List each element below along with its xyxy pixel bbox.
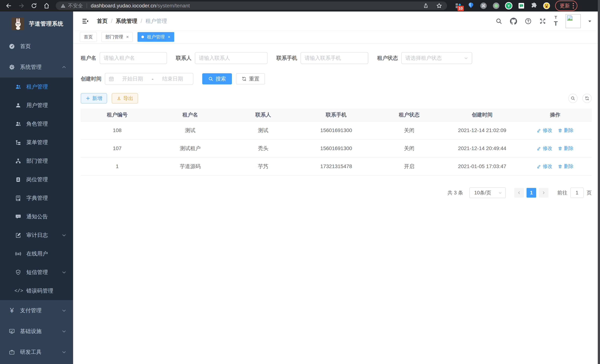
close-icon[interactable]: × [168, 35, 170, 39]
refresh-icon [585, 96, 590, 101]
export-button[interactable]: 导出 [112, 93, 138, 103]
sidebar-fold-icon[interactable] [82, 18, 89, 25]
tab-tenant[interactable]: 租户管理 × [138, 32, 174, 42]
extension-badge: 10 [458, 6, 464, 11]
sidebar-item-devtools[interactable]: 研发工具 [0, 342, 73, 363]
extension-command-icon[interactable]: ⌘ [480, 2, 487, 9]
warning-icon [60, 3, 66, 8]
cell-operations: 修改 删除 [519, 145, 592, 152]
sidebar-item-errcode[interactable]: </> 错误码管理 [0, 282, 73, 300]
next-page-button[interactable] [539, 188, 548, 198]
tenant-name-input[interactable] [100, 52, 167, 64]
bookmark-star-icon[interactable] [436, 3, 442, 9]
url-host: dashboard.yudao.iocoder.cn [91, 3, 156, 9]
extension-chat-icon[interactable] [518, 2, 525, 9]
extension-y-icon[interactable]: Y [505, 2, 512, 9]
sidebar-item-dept[interactable]: 部门管理 [0, 152, 73, 170]
breadcrumb-separator: / [141, 18, 142, 24]
sidebar-item-system[interactable]: 系统管理 [0, 57, 73, 78]
shield-check-icon [14, 269, 22, 276]
avatar[interactable] [565, 14, 581, 28]
edit-link[interactable]: 修改 [537, 163, 552, 169]
search-icon[interactable] [496, 18, 502, 25]
reset-button[interactable]: 重置 [236, 73, 265, 84]
github-icon[interactable] [510, 18, 517, 25]
sidebar-item-label: 菜单管理 [26, 139, 48, 146]
tab-dept[interactable]: 部门管理 × [102, 32, 133, 42]
sidebar-item-post[interactable]: 岗位管理 [0, 170, 73, 189]
status-select[interactable]: 请选择租户状态 [401, 52, 472, 64]
date-range-picker[interactable]: 开始日期 - 结束日期 [105, 73, 193, 85]
site-security[interactable]: 不安全 [60, 2, 83, 9]
sidebar-item-dict[interactable]: 字典管理 [0, 189, 73, 207]
page-size-select[interactable]: 10条/页 [469, 187, 506, 198]
breadcrumb-system[interactable]: 系统管理 [116, 18, 137, 25]
gear-icon [8, 64, 16, 71]
fullscreen-icon[interactable] [539, 18, 546, 25]
chevron-down-icon [62, 308, 66, 313]
sidebar-item-pay[interactable]: ¥ 支付管理 [0, 300, 73, 321]
search-button[interactable]: 搜索 [202, 73, 232, 84]
caret-down-icon[interactable] [587, 19, 592, 24]
sidebar-item-infra[interactable]: 基础设施 [0, 321, 73, 342]
tab-home[interactable]: 首页 [80, 32, 97, 42]
delete-link[interactable]: 删除 [558, 127, 573, 134]
browser-bar: 不安全 dashboard.yudao.iocoder.cn/system/te… [0, 0, 600, 11]
sidebar-item-home[interactable]: 首页 [0, 36, 73, 57]
cell-contact: 秃头 [227, 145, 300, 152]
sidebar-item-online-users[interactable]: 在线用户 [0, 244, 73, 263]
sidebar-item-tenant[interactable]: 租户管理 [0, 78, 73, 96]
refresh-button[interactable] [582, 94, 592, 103]
mobile-input[interactable] [300, 52, 368, 64]
edit-label: 修改 [543, 163, 552, 169]
show-search-button[interactable] [568, 94, 578, 103]
search-icon [208, 76, 213, 82]
sidebar-item-label: 支付管理 [20, 307, 42, 314]
extension-puzzle-icon[interactable] [530, 2, 538, 9]
breadcrumb: 首页 / 系统管理 / 租户管理 [97, 18, 167, 25]
date-end-placeholder[interactable]: 结束日期 [156, 75, 190, 82]
breadcrumb-home[interactable]: 首页 [97, 18, 108, 25]
sidebar-item-label: 在线用户 [26, 250, 48, 258]
window-edge [598, 0, 600, 364]
browser-menu-icon[interactable] [573, 3, 574, 9]
contact-input[interactable] [195, 52, 268, 64]
browser-back-icon[interactable] [5, 2, 12, 9]
prev-page-button[interactable] [514, 188, 524, 198]
breadcrumb-current: 租户管理 [145, 18, 167, 25]
cell-tenant-id: 108 [81, 127, 154, 133]
sidebar-item-menu[interactable]: 菜单管理 [0, 133, 73, 152]
share-icon[interactable] [423, 3, 429, 9]
delete-link[interactable]: 删除 [558, 163, 573, 169]
close-icon[interactable]: × [126, 35, 129, 39]
date-start-placeholder[interactable]: 开始日期 [116, 75, 150, 82]
goto-page-input[interactable] [570, 187, 584, 198]
browser-update-button[interactable]: 更新 [555, 0, 577, 11]
sidebar-item-audit-log[interactable]: 审计日志 [0, 226, 73, 244]
search-label: 搜索 [216, 75, 226, 82]
edit-link[interactable]: 修改 [537, 145, 552, 152]
font-size-icon[interactable]: TT [554, 15, 558, 27]
extension-grid-icon[interactable]: 10 [455, 2, 462, 9]
sidebar-item-sms[interactable]: 短信管理 [0, 263, 73, 282]
sidebar-item-user[interactable]: 用户管理 [0, 96, 73, 115]
page-number-current[interactable]: 1 [526, 188, 536, 198]
extension-record-icon[interactable] [492, 2, 500, 9]
sidebar-item-role[interactable]: 角色管理 [0, 115, 73, 133]
sidebar-item-notice[interactable]: 通知公告 [0, 207, 73, 226]
edit-link[interactable]: 修改 [537, 127, 552, 134]
browser-reload-icon[interactable] [30, 2, 38, 9]
svg-text:Y: Y [507, 4, 510, 8]
tab-label: 部门管理 [105, 34, 123, 40]
extension-balloon-icon[interactable] [467, 2, 475, 9]
add-button[interactable]: 新增 [81, 93, 107, 103]
chevron-down-icon [464, 56, 469, 60]
address-bar[interactable]: 不安全 dashboard.yudao.iocoder.cn/system/te… [56, 1, 447, 10]
extension-emoji-icon[interactable] [543, 2, 550, 9]
browser-forward-icon[interactable] [18, 2, 25, 9]
delete-link[interactable]: 删除 [558, 145, 573, 152]
help-icon[interactable] [525, 18, 532, 25]
main-area: 首页 / 系统管理 / 租户管理 [73, 11, 600, 364]
system-submenu: 租户管理 用户管理 角色管理 [0, 78, 73, 300]
browser-home-icon[interactable] [43, 2, 50, 9]
